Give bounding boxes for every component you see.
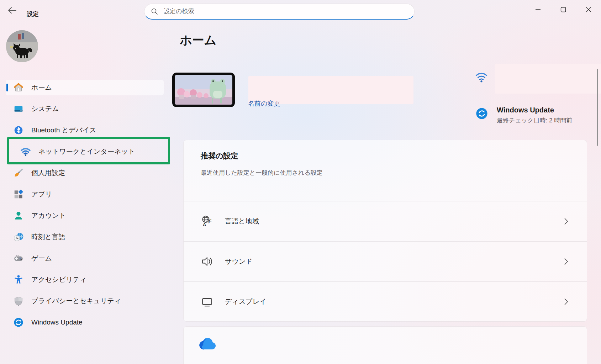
sidebar-item-label: Bluetooth とデバイス xyxy=(31,126,96,135)
app-title: 設定 xyxy=(27,10,39,18)
recommended-settings-card: 推奨の設定 最近使用した設定と一般的に使用される設定 字 A 言語と地域 xyxy=(183,140,587,322)
accounts-person-icon xyxy=(13,210,24,221)
minimize-button[interactable] xyxy=(525,0,550,21)
system-icon xyxy=(13,103,24,115)
user-avatar xyxy=(6,30,38,62)
chevron-right-icon xyxy=(564,218,568,225)
chevron-right-icon xyxy=(564,258,568,265)
vertical-scrollbar-thumb[interactable] xyxy=(597,69,598,146)
sidebar-item-label: アクセシビリティ xyxy=(31,275,87,284)
sidebar-item-label: 個人用設定 xyxy=(31,168,65,178)
window-controls xyxy=(525,0,601,21)
sidebar-item-accounts[interactable]: アカウント xyxy=(6,208,164,223)
cloud-storage-card[interactable] xyxy=(183,326,587,364)
sidebar-item-apps[interactable]: アプリ xyxy=(6,186,164,202)
close-icon xyxy=(586,7,591,14)
recommended-row-sound[interactable]: サウンド xyxy=(184,241,587,281)
sidebar-item-system[interactable]: システム xyxy=(6,101,164,117)
redacted-network-name xyxy=(495,64,601,94)
search-box xyxy=(144,4,415,20)
windows-update-status-subtitle: 最終チェック日時: 2 時間前 xyxy=(497,116,572,125)
sound-speaker-icon xyxy=(201,255,213,268)
svg-text:字: 字 xyxy=(207,218,211,223)
gaming-gamepad-icon xyxy=(13,253,24,264)
sidebar-item-network-internet[interactable]: ネットワークとインターネット xyxy=(6,144,164,159)
time-language-icon xyxy=(13,231,24,243)
back-button[interactable] xyxy=(4,5,20,17)
sidebar-item-label: プライバシーとセキュリティ xyxy=(31,296,121,306)
sidebar-item-label: アプリ xyxy=(31,190,52,199)
sidebar-item-label: ホーム xyxy=(31,83,52,92)
sidebar-item-privacy-security[interactable]: プライバシーとセキュリティ xyxy=(6,293,164,309)
sidebar-item-label: Windows Update xyxy=(31,318,83,326)
recommended-settings-subtitle: 最近使用した設定と一般的に使用される設定 xyxy=(201,169,570,177)
sidebar-item-windows-update[interactable]: Windows Update xyxy=(6,315,164,330)
chevron-right-icon xyxy=(564,298,568,305)
privacy-shield-icon xyxy=(13,295,24,307)
recommended-row-label: ディスプレイ xyxy=(225,297,267,306)
minimize-icon xyxy=(535,7,541,14)
recommended-row-display[interactable]: ディスプレイ xyxy=(184,281,587,322)
device-thumbnail xyxy=(172,73,235,107)
sidebar-item-label: アカウント xyxy=(31,211,66,220)
windows-update-status-icon xyxy=(476,107,488,120)
rename-device-link[interactable]: 名前の変更 xyxy=(248,99,280,108)
settings-window: 設定 xyxy=(0,0,601,364)
sidebar-item-time-language[interactable]: 時刻と言語 xyxy=(6,229,164,245)
sidebar-item-accessibility[interactable]: アクセシビリティ xyxy=(6,272,164,287)
sidebar-item-label: ネットワークとインターネット xyxy=(38,147,135,156)
windows-update-status-tile[interactable]: Windows Update 最終チェック日時: 2 時間前 xyxy=(476,106,572,125)
sidebar-item-bluetooth-devices[interactable]: Bluetooth とデバイス xyxy=(6,122,164,138)
back-arrow-icon xyxy=(7,6,17,16)
recommended-settings-title: 推奨の設定 xyxy=(201,151,570,161)
selected-indicator xyxy=(6,84,8,91)
sidebar-item-home[interactable]: ホーム xyxy=(6,80,164,95)
network-wifi-icon xyxy=(20,146,31,157)
sidebar-nav: ホーム システム Bluetooth とデバイス xyxy=(0,80,171,336)
language-region-icon: 字 A xyxy=(201,215,213,228)
display-monitor-icon xyxy=(201,295,213,308)
recommended-row-label: 言語と地域 xyxy=(225,217,259,226)
windows-update-status-text: Windows Update 最終チェック日時: 2 時間前 xyxy=(497,106,572,125)
sidebar-item-label: システム xyxy=(31,104,59,114)
personalization-brush-icon xyxy=(13,167,24,179)
maximize-button[interactable] xyxy=(550,0,576,21)
windows-update-icon xyxy=(13,317,24,328)
accessibility-person-icon xyxy=(13,274,24,285)
search-input[interactable] xyxy=(163,7,408,15)
home-icon xyxy=(13,82,24,93)
recommended-settings-header: 推奨の設定 最近使用した設定と一般的に使用される設定 xyxy=(184,140,587,201)
page-title: ホーム xyxy=(180,32,217,48)
apps-icon xyxy=(13,189,24,200)
sidebar-item-gaming[interactable]: ゲーム xyxy=(6,250,164,266)
sidebar-item-label: 時刻と言語 xyxy=(31,232,65,242)
bluetooth-icon xyxy=(13,125,24,136)
search-icon xyxy=(151,8,158,15)
sidebar-item-label: ゲーム xyxy=(31,254,52,263)
svg-text:A: A xyxy=(203,222,206,227)
recommended-row-label: サウンド xyxy=(225,257,253,266)
title-bar: 設定 xyxy=(0,0,601,21)
wifi-status-icon xyxy=(475,71,488,85)
recommended-row-language-region[interactable]: 字 A 言語と地域 xyxy=(184,201,587,241)
maximize-icon xyxy=(560,7,566,14)
windows-update-status-title: Windows Update xyxy=(497,106,572,114)
close-button[interactable] xyxy=(576,0,601,21)
sidebar-item-personalization[interactable]: 個人用設定 xyxy=(6,165,164,181)
cloud-icon xyxy=(199,338,216,352)
